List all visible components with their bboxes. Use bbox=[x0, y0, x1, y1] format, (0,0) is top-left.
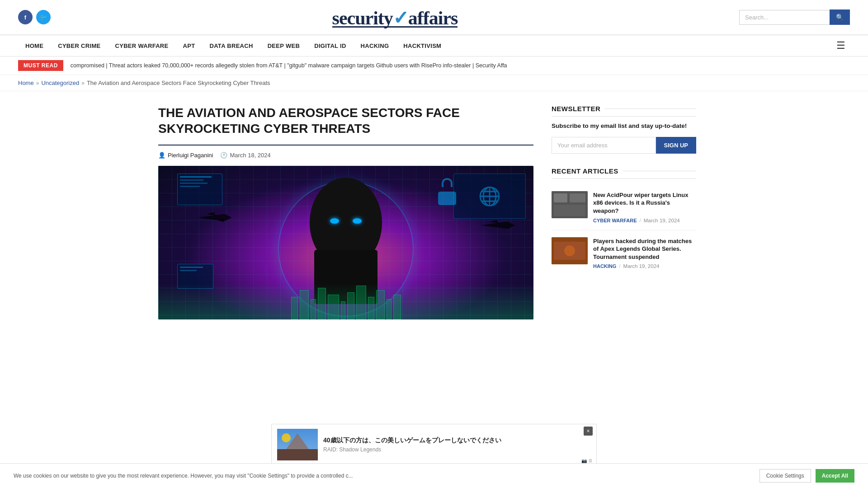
clock-icon: 🕐 bbox=[220, 152, 227, 159]
date-text: March 18, 2024 bbox=[230, 152, 270, 159]
world-map-screen: 🌐 bbox=[453, 174, 526, 219]
article-author: 👤 Pierluigi Paganini bbox=[158, 152, 213, 159]
email-input[interactable] bbox=[552, 137, 656, 154]
newsletter-description: Subscribe to my email list and stay up-t… bbox=[552, 122, 696, 131]
newsletter-section: NEWSLETTER Subscribe to my email list an… bbox=[552, 105, 696, 154]
recent-articles-title: RECENT ARTICLES bbox=[552, 167, 696, 179]
breadcrumb-home[interactable]: Home bbox=[18, 80, 34, 86]
breadcrumb-sep-1: » bbox=[36, 80, 39, 86]
site-header: f 🐦 security✓affairs 🔍 bbox=[0, 0, 868, 35]
nav-apt[interactable]: APT bbox=[176, 36, 203, 56]
hacker-eye-right bbox=[353, 218, 362, 224]
recent-articles-section: RECENT ARTICLES New AcidPour wiper targe… bbox=[552, 167, 696, 276]
twitter-icon[interactable]: 🐦 bbox=[36, 10, 51, 24]
site-logo[interactable]: security✓affairs bbox=[332, 7, 458, 28]
screen-top-left bbox=[177, 174, 222, 205]
hacker-eyes bbox=[330, 218, 362, 224]
plane-left bbox=[196, 212, 232, 223]
article-section: THE AVIATION AND AEROSPACE SECTORS FACE … bbox=[158, 105, 552, 319]
breadcrumb-category[interactable]: Uncategorized bbox=[41, 80, 79, 86]
search-button[interactable]: 🔍 bbox=[830, 9, 850, 25]
nav-hacking[interactable]: HACKING bbox=[354, 36, 396, 56]
svg-point-6 bbox=[564, 245, 575, 256]
author-icon: 👤 bbox=[158, 152, 165, 159]
article-image-inner: 🌐 bbox=[158, 166, 533, 319]
nav-items: HOME CYBER CRIME CYBER WARFARE APT DATA … bbox=[18, 36, 448, 56]
author-link[interactable]: Pierluigi Paganini bbox=[168, 152, 213, 159]
article-title: THE AVIATION AND AEROSPACE SECTORS FACE … bbox=[158, 105, 533, 136]
signup-button[interactable]: SIGN UP bbox=[656, 137, 696, 154]
logo-text-affairs: affairs bbox=[408, 8, 458, 28]
recent-article-2-meta: HACKING / March 19, 2024 bbox=[593, 263, 696, 269]
recent-article-1-title[interactable]: New AcidPour wiper targets Linux x86 dev… bbox=[593, 191, 696, 215]
recent-article-2-date: March 19, 2024 bbox=[623, 263, 660, 269]
recent-article-2-info: Players hacked during the matches of Ape… bbox=[593, 237, 696, 269]
must-read-badge: MUST READ bbox=[18, 60, 63, 71]
meta-divider-2: / bbox=[619, 263, 620, 269]
breadcrumb-current: The Aviation and Aerospace Sectors Face … bbox=[87, 80, 270, 86]
article-divider bbox=[158, 145, 533, 145]
lock-icon bbox=[436, 178, 458, 205]
recent-article-2: Players hacked during the matches of Ape… bbox=[552, 230, 696, 276]
logo-checkmark: ✓ bbox=[393, 8, 408, 28]
newsletter-title: NEWSLETTER bbox=[552, 105, 696, 117]
city-skyline bbox=[158, 283, 533, 319]
search-input[interactable] bbox=[739, 10, 830, 25]
nav-cyber-warfare[interactable]: CYBER WARFARE bbox=[108, 36, 176, 56]
recent-article-2-thumb bbox=[552, 237, 588, 264]
recent-article-1-date: March 19, 2024 bbox=[644, 218, 680, 223]
breadcrumb-sep-2: » bbox=[81, 80, 85, 86]
nav-deep-web[interactable]: DEEP WEB bbox=[260, 36, 307, 56]
search-area: 🔍 bbox=[739, 9, 850, 25]
recent-article-1-meta: CYBER WARFARE / March 19, 2024 bbox=[593, 218, 696, 223]
news-ticker: MUST READ compromised | Threat actors le… bbox=[0, 56, 868, 75]
svg-rect-1 bbox=[554, 193, 567, 202]
facebook-icon[interactable]: f bbox=[18, 10, 33, 24]
recent-article-1-tag[interactable]: CYBER WARFARE bbox=[593, 218, 637, 223]
nav-cyber-crime[interactable]: CYBER CRIME bbox=[51, 36, 108, 56]
logo-text-security: security bbox=[332, 8, 393, 28]
svg-rect-3 bbox=[554, 205, 585, 216]
recent-article-1-thumb bbox=[552, 191, 588, 218]
recent-article-1: New AcidPour wiper targets Linux x86 dev… bbox=[552, 184, 696, 230]
ticker-text: compromised | Threat actors leaked 70,00… bbox=[71, 62, 507, 69]
hamburger-icon[interactable]: ☰ bbox=[832, 35, 850, 56]
nav-home[interactable]: HOME bbox=[18, 36, 51, 56]
plane-right bbox=[479, 220, 515, 231]
hacker-eye-left bbox=[330, 218, 339, 224]
nav-digital-id[interactable]: DIGITAL ID bbox=[307, 36, 353, 56]
email-form: SIGN UP bbox=[552, 137, 696, 154]
main-nav: HOME CYBER CRIME CYBER WARFARE APT DATA … bbox=[0, 35, 868, 56]
nav-hacktivism[interactable]: HACKTIVISM bbox=[396, 36, 448, 56]
recent-article-2-tag[interactable]: HACKING bbox=[593, 263, 616, 269]
main-layout: THE AVIATION AND AEROSPACE SECTORS FACE … bbox=[140, 91, 728, 333]
nav-data-breach[interactable]: DATA BREACH bbox=[202, 36, 260, 56]
breadcrumb: Home » Uncategorized » The Aviation and … bbox=[0, 75, 868, 91]
recent-article-2-title[interactable]: Players hacked during the matches of Ape… bbox=[593, 237, 696, 261]
svg-rect-2 bbox=[570, 193, 585, 202]
article-date: 🕐 March 18, 2024 bbox=[220, 152, 270, 159]
sidebar: NEWSLETTER Subscribe to my email list an… bbox=[552, 105, 696, 319]
meta-divider-1: / bbox=[640, 218, 641, 223]
social-links: f 🐦 bbox=[18, 10, 51, 24]
article-meta: 👤 Pierluigi Paganini 🕐 March 18, 2024 bbox=[158, 152, 533, 159]
recent-article-1-info: New AcidPour wiper targets Linux x86 dev… bbox=[593, 191, 696, 223]
article-image: 🌐 bbox=[158, 166, 533, 319]
